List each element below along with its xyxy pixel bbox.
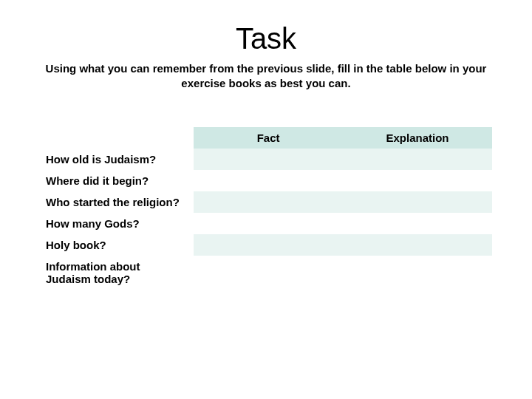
- row-question: How many Gods?: [40, 213, 194, 234]
- table-row: Who started the religion?: [40, 191, 492, 213]
- row-explanation: [343, 191, 492, 213]
- row-explanation: [343, 234, 492, 256]
- row-fact: [194, 191, 343, 213]
- table-row: How many Gods?: [40, 213, 492, 234]
- page-title: Task: [30, 22, 502, 55]
- row-fact: [194, 213, 343, 234]
- task-instructions: Using what you can remember from the pre…: [30, 61, 502, 90]
- row-explanation: [343, 213, 492, 234]
- row-explanation: [343, 149, 492, 170]
- row-question: Who started the religion?: [40, 191, 194, 213]
- row-question: Where did it begin?: [40, 170, 194, 191]
- row-fact: [194, 234, 343, 256]
- table-row: Information about Judaism today?: [40, 256, 492, 290]
- slide: Task Using what you can remember from th…: [0, 0, 532, 399]
- row-question: How old is Judaism?: [40, 149, 194, 170]
- task-table: Fact Explanation How old is Judaism? Whe…: [40, 127, 492, 290]
- row-fact: [194, 256, 343, 290]
- row-explanation: [343, 170, 492, 191]
- row-fact: [194, 170, 343, 191]
- row-question: Information about Judaism today?: [40, 256, 194, 290]
- table-row: Holy book?: [40, 234, 492, 256]
- row-explanation: [343, 256, 492, 290]
- row-question: Holy book?: [40, 234, 194, 256]
- row-fact: [194, 149, 343, 170]
- table-header-row: Fact Explanation: [40, 127, 492, 149]
- table-header-fact: Fact: [194, 127, 343, 149]
- table-header-explanation: Explanation: [343, 127, 492, 149]
- table-row: Where did it begin?: [40, 170, 492, 191]
- table-row: How old is Judaism?: [40, 149, 492, 170]
- table-header-question: [40, 127, 194, 149]
